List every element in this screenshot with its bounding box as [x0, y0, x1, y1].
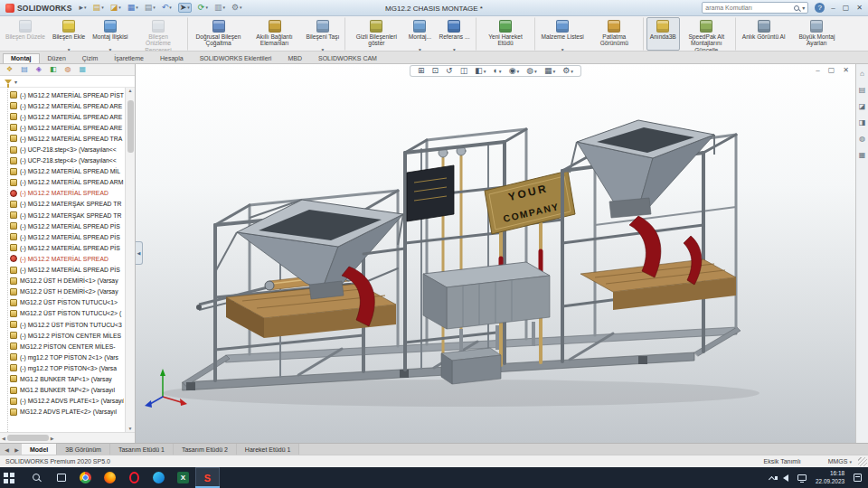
tab-hesapla[interactable]: Hesapla — [152, 53, 192, 63]
command-search-input[interactable] — [705, 5, 791, 11]
network-icon[interactable] — [797, 474, 807, 481]
show-hidden-components-button[interactable]: Gizli Bileşenleri göster — [348, 17, 404, 51]
tree-item[interactable]: (-) MG12.2 MATERİAL SPREAD PİS — [5, 242, 124, 253]
search-icon[interactable] — [24, 467, 49, 488]
taskbar-clock[interactable]: 16:18 22.09.2023 — [816, 470, 844, 485]
scroll-up-icon[interactable]: ▲ — [128, 89, 133, 93]
filter-funnel-icon[interactable] — [5, 80, 12, 84]
tab-solidworks-eklentileri[interactable]: SOLIDWORKS Eklentileri — [192, 53, 280, 63]
tree-item[interactable]: (-) MG12.2 MATERİAL SPREAD ARE — [5, 100, 124, 111]
tree-item[interactable]: (-) mg12.2 TOP PİSTON 2<1> (Vars — [5, 352, 124, 362]
firefox-icon[interactable] — [98, 467, 122, 488]
zoom-area-icon[interactable]: ⊡ — [432, 67, 439, 75]
search-dropdown-icon[interactable]: ▾ — [802, 5, 805, 11]
view-orientation-icon[interactable]: ◧ — [475, 67, 486, 75]
tree-item[interactable]: (-) MG12.2 MATERİAL SPREAD PİS — [5, 265, 124, 276]
configurationmanager-tab-icon[interactable]: ◈ — [36, 66, 42, 73]
tab-duzen[interactable]: Düzen — [40, 53, 74, 63]
scroll-down-icon[interactable]: ▼ — [128, 427, 133, 431]
action-center-icon[interactable] — [854, 474, 862, 482]
insert-component-button[interactable]: Bileşen Ekle — [49, 17, 89, 51]
panel-collapse-handle[interactable]: ◀ — [136, 241, 143, 265]
edit-appearance-icon[interactable]: ◍ — [526, 67, 537, 75]
scroll-left-icon[interactable]: ◀ — [2, 436, 5, 441]
doc-tab-scroll-right-icon[interactable]: ▶ — [12, 444, 22, 455]
mate-button[interactable]: Montaj İlişkisi — [89, 17, 131, 51]
tree-item[interactable]: (-) MG12.2 MATERİAL SPREAD PİST — [5, 89, 124, 100]
excel-icon[interactable]: X — [171, 467, 195, 488]
tree-item[interactable]: MG12.2 ÜST H DEMİRİ<2> (Varsay — [5, 286, 124, 297]
filter-dropdown-icon[interactable]: ▾ — [14, 79, 17, 85]
volume-icon[interactable] — [783, 474, 788, 482]
minimize-button[interactable]: – — [831, 4, 835, 12]
tree-item[interactable]: (-) MG12.2 MATERİAL SPREAD — [5, 188, 124, 199]
start-icon[interactable] — [0, 467, 24, 488]
smart-fasteners-button[interactable]: Akıllı Bağlantı Elemanları — [247, 17, 303, 51]
tree-item[interactable]: (-) mg12.2 TOP PİSTON<3> (Varsa — [5, 362, 124, 373]
bill-of-materials-button[interactable]: Malzeme Listesi — [538, 17, 588, 51]
tree-item[interactable]: (-) UCP-218.step<3> (Varsayılan<< — [5, 144, 124, 155]
new-motion-study-button[interactable]: Yeni Hareket Etüdü — [479, 17, 535, 51]
doc-tab-design-study-2[interactable]: Tasarım Etüdü 2 — [174, 444, 237, 455]
tree-item[interactable]: (-) UCP-218.step<4> (Varsayılan<< — [5, 155, 124, 166]
file-properties-icon[interactable]: ▥ ▾ — [214, 4, 225, 12]
motor-box[interactable] — [441, 348, 501, 384]
tree-item[interactable]: (-) MG12.2 MATERİAL SPREAD TRA — [5, 133, 124, 144]
component-preview-window-button[interactable]: Bileşen Önizleme Penceresi — [132, 17, 188, 51]
linear-component-pattern-button[interactable]: Doğrusal Bileşen Çoğaltma — [191, 17, 247, 51]
print-icon[interactable]: ▤ ▾ — [145, 4, 156, 12]
tree-item[interactable]: MG12.2 ÜST PİSTON TUTUCU<1> — [5, 297, 124, 308]
tree-item[interactable]: MG1.2 BUNKER TAP<2> (Varsayıl — [5, 385, 124, 396]
tree-item[interactable]: MG12.2 ADVS PLATE<2> (Varsayıl — [5, 407, 124, 418]
select-icon[interactable]: ➤ ▾ — [178, 3, 192, 13]
file-explorer-icon[interactable]: ◪ — [859, 103, 866, 110]
reference-geometry-button[interactable]: Referans ... — [435, 17, 476, 51]
command-search-box[interactable]: ▾ — [702, 2, 808, 14]
tree-item[interactable]: (-) MG12.2 MATERİAL SPREAD — [5, 253, 124, 264]
apply-scene-icon[interactable]: ▦ — [544, 67, 555, 75]
solidworks-logo[interactable]: SOLIDWORKS — [5, 4, 72, 13]
tab-montaj[interactable]: Montaj — [3, 53, 40, 63]
tree-item[interactable]: (-) MG12.2 MATERİAL SPREAD ARE — [5, 122, 124, 133]
resize-grip[interactable] — [858, 457, 867, 466]
brand-menu-arrow-icon[interactable]: ▸ ▾ — [80, 4, 87, 12]
view-settings-icon[interactable]: ⚙ — [562, 67, 573, 75]
doc-tab-model[interactable]: Model — [22, 444, 57, 455]
tree-item[interactable]: MG12.2 PİSTON CENTER MİLES- — [5, 341, 124, 352]
tree-item[interactable]: MG1.2 BUNKER TAP<1> (Varsay — [5, 373, 124, 384]
doc-close-button[interactable]: ✕ — [843, 66, 849, 74]
tab-cizim[interactable]: Çizim — [74, 53, 107, 63]
scroll-right-icon[interactable]: ▶ — [51, 436, 54, 441]
exploded-view-button[interactable]: Patlatma Görünümü — [588, 17, 644, 51]
tab-isaretleme[interactable]: İşaretleme — [106, 53, 152, 63]
tree-item[interactable]: (-) MG12.2 ADVS PLATE<1> (Varsayıl — [5, 396, 124, 407]
tree-item[interactable]: (-) MG12.2 MATERŞAK SPREAD TR — [5, 210, 124, 221]
open-file-icon[interactable]: ◪ ▾ — [110, 4, 121, 12]
doc-tab-scroll-left-icon[interactable]: ◀ — [2, 444, 12, 455]
right-hopper[interactable] — [570, 120, 714, 218]
tree-item[interactable]: (-) MG12.2 MATERİAL SPREAD PİS — [5, 231, 124, 242]
large-assembly-settings-button[interactable]: Büyük Montaj Ayarları — [788, 17, 844, 51]
previous-view-icon[interactable]: ↺ — [446, 67, 453, 75]
tree-item[interactable]: (-) MG12.2 ÜST PİSTON TUTUCU<3 — [5, 319, 124, 330]
scrollbar-thumb[interactable] — [127, 100, 134, 153]
save-icon[interactable]: ▦ ▾ — [127, 4, 138, 12]
tree-item[interactable]: (-) MG12.2 MATERŞAK SPREAD TR — [5, 199, 124, 210]
update-speedpak-button[interactable]: SpeedPak Alt Montajlarını Güncelle — [680, 17, 736, 51]
help-button[interactable]: ? — [815, 3, 825, 13]
tree-item[interactable]: (-) MG12.2 MATERİAL SPREAD ARE — [5, 111, 124, 122]
task-view-icon[interactable] — [49, 467, 73, 488]
propertymanager-tab-icon[interactable]: ▤ — [21, 66, 28, 73]
move-component-button[interactable]: Bileşeni Taşı — [303, 17, 346, 51]
doc-restore-button[interactable]: ▢ — [828, 66, 835, 74]
display-style-icon[interactable]: ◐ — [493, 67, 501, 75]
cam-tree-tab-icon[interactable]: ▦ — [79, 66, 86, 73]
hide-show-items-icon[interactable]: ◉ — [509, 67, 520, 75]
take-snapshot-button[interactable]: Anlık Görüntü Al — [739, 17, 789, 51]
dark-plate[interactable] — [407, 165, 454, 221]
unit-system-selector[interactable]: MMGS — [828, 458, 852, 465]
tab-solidworks-cam[interactable]: SOLIDWORKS CAM — [310, 53, 385, 63]
section-view-icon[interactable]: ◫ — [460, 67, 468, 75]
home-icon[interactable]: ⌂ — [860, 70, 864, 78]
doc-tab-design-study-1[interactable]: Tasarım Etüdü 1 — [110, 444, 174, 455]
